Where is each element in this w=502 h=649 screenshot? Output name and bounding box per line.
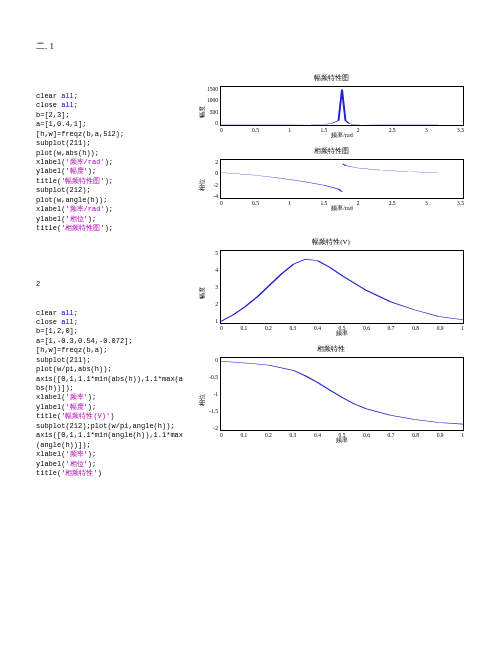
yticks: 20-2-4 — [202, 159, 218, 199]
chart-1: 幅频特性图 幅度 150010005000 00.511.522.533.5 频… — [196, 73, 466, 140]
chart-4: 相频特性 相位 0-0.5-1-1.5-2 00.10.20.30.40.50.… — [196, 344, 466, 445]
code-block-1: clear all; close all; b=[2,3]; a=[1,0.4,… — [36, 92, 186, 234]
chart-2: 相频特性图 相位 20-2-4 00.511.522.533.5 频率/rad — [196, 146, 466, 213]
code-column: clear all; close all; b=[2,3]; a=[1,0.4,… — [36, 73, 186, 497]
plot-box — [220, 86, 464, 126]
plot-box — [220, 159, 464, 199]
section-header: 二. 1 — [36, 40, 466, 53]
yticks: 0-0.5-1-1.5-2 — [202, 357, 218, 431]
chart-title: 幅频特性图 — [196, 73, 466, 83]
yticks: 54321 — [202, 250, 218, 324]
xlabel: 频率/rad — [220, 131, 464, 140]
chart-3: 幅频特性(V) 幅度 54321 00.10.20.30.40.50.60.70… — [196, 237, 466, 338]
xlabel: 频率/rad — [220, 204, 464, 213]
chart-title: 幅频特性(V) — [196, 237, 466, 247]
xlabel: 频率 — [220, 329, 464, 338]
code2-header: 2 — [36, 280, 186, 289]
plot-box — [220, 357, 464, 431]
chart-column: 幅频特性图 幅度 150010005000 00.511.522.533.5 频… — [196, 73, 466, 497]
code-block-2: clear all; close all; b=[1,2,0]; a=[1,-0… — [36, 309, 186, 479]
content-row: clear all; close all; b=[2,3]; a=[1,0.4,… — [36, 73, 466, 497]
chart-title: 相频特性图 — [196, 146, 466, 156]
xlabel: 频率 — [220, 436, 464, 445]
yticks: 150010005000 — [202, 86, 218, 126]
plot-box — [220, 250, 464, 324]
chart-title: 相频特性 — [196, 344, 466, 354]
